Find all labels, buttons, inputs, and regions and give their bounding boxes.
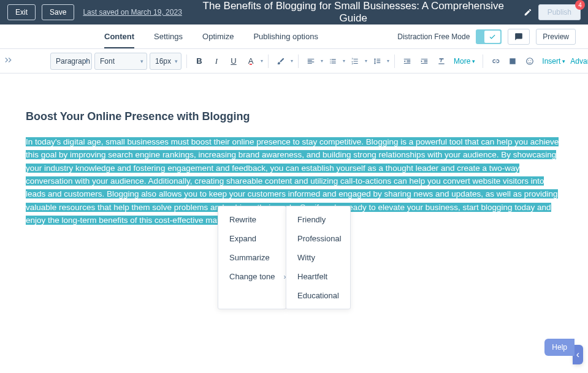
- toolbar-divider: [268, 55, 269, 68]
- tone-educational[interactable]: Educational: [286, 286, 350, 305]
- preview-button[interactable]: Preview: [536, 29, 576, 45]
- svg-point-1: [529, 60, 529, 61]
- tab-bar: Content Settings Optimize Publishing opt…: [0, 24, 588, 49]
- ai-context-menu: Rewrite Expand Summarize Change tone ›: [218, 206, 286, 309]
- tabs-group: Content Settings Optimize Publishing opt…: [104, 25, 397, 48]
- tab-content[interactable]: Content: [104, 25, 134, 48]
- image-icon: [508, 57, 517, 66]
- toolbar-inner: Paragraph Font 16px B I U A ▾ ▾ ▾ ▾ ▾ ▾ …: [50, 53, 568, 70]
- indent-button[interactable]: [417, 54, 432, 69]
- bullet-list-button[interactable]: [326, 54, 340, 69]
- publish-button[interactable]: Publish 4: [538, 4, 581, 20]
- menu-item-change-tone[interactable]: Change tone ›: [218, 267, 286, 286]
- numbered-caret[interactable]: ▾: [365, 58, 367, 64]
- underline-button[interactable]: U: [226, 54, 241, 69]
- toolbar-divider: [394, 55, 395, 68]
- svg-point-2: [530, 60, 531, 61]
- line-height-caret[interactable]: ▾: [387, 58, 389, 64]
- toolbar-divider: [483, 55, 483, 68]
- more-dropdown[interactable]: More: [451, 57, 478, 66]
- toolbar-divider: [186, 55, 187, 68]
- page-title-text: The Benefits of Blogging for Small Busin…: [188, 0, 519, 24]
- page-title: The Benefits of Blogging for Small Busin…: [188, 0, 532, 24]
- emoji-icon: [525, 57, 534, 66]
- align-left-icon: [307, 57, 315, 66]
- font-size-select[interactable]: 16px: [150, 53, 181, 70]
- bullet-caret[interactable]: ▾: [343, 58, 345, 64]
- line-height-icon: [373, 57, 381, 66]
- font-select[interactable]: Font: [94, 53, 147, 70]
- align-button[interactable]: [304, 54, 318, 69]
- tab-bar-right: Distraction Free Mode Preview: [397, 29, 576, 45]
- emoji-button[interactable]: [522, 54, 537, 69]
- tone-witty[interactable]: Witty: [286, 248, 350, 267]
- toolbar-divider: [298, 55, 299, 68]
- distraction-free-label: Distraction Free Mode: [397, 32, 470, 41]
- clear-format-icon: [437, 57, 446, 66]
- image-button[interactable]: [505, 54, 520, 69]
- publish-badge: 4: [575, 0, 585, 10]
- paragraph-style-select[interactable]: Paragraph: [50, 53, 92, 70]
- highlight-caret[interactable]: ▾: [291, 58, 293, 64]
- brush-icon: [277, 57, 285, 66]
- indent-icon: [420, 57, 429, 66]
- tone-submenu: Friendly Professional Witty Heartfelt Ed…: [286, 206, 351, 309]
- check-icon: [489, 33, 496, 40]
- clear-format-button[interactable]: [434, 54, 449, 69]
- menu-item-summarize[interactable]: Summarize: [218, 248, 286, 267]
- outdent-button[interactable]: [400, 54, 414, 69]
- tone-friendly[interactable]: Friendly: [286, 210, 350, 229]
- link-icon: [491, 57, 500, 66]
- help-widget: Help ‹: [573, 345, 583, 364]
- content-heading: Boost Your Online Presence with Blogging: [26, 110, 563, 123]
- publish-label: Publish: [548, 8, 571, 17]
- expand-sidebar-icon[interactable]: [4, 55, 13, 67]
- text-color-button[interactable]: A: [243, 54, 258, 69]
- tone-heartfelt[interactable]: Heartfelt: [286, 267, 350, 286]
- tab-publishing-options[interactable]: Publishing options: [253, 25, 318, 48]
- highlight-button[interactable]: [273, 54, 288, 69]
- comment-button[interactable]: [508, 29, 530, 45]
- advanced-dropdown[interactable]: Advanced: [568, 57, 588, 66]
- last-saved-link[interactable]: Last saved on March 19, 2023: [83, 8, 181, 17]
- align-caret[interactable]: ▾: [321, 58, 323, 64]
- italic-button[interactable]: I: [209, 54, 224, 69]
- comment-icon: [514, 32, 523, 41]
- context-menu-group: Rewrite Expand Summarize Change tone › F…: [218, 206, 351, 309]
- insert-dropdown[interactable]: Insert: [540, 57, 568, 66]
- link-button[interactable]: [488, 54, 503, 69]
- numbered-list-icon: [351, 57, 359, 66]
- tab-optimize[interactable]: Optimize: [202, 25, 234, 48]
- save-button[interactable]: Save: [42, 4, 74, 20]
- svg-point-0: [527, 58, 533, 64]
- outdent-icon: [403, 57, 411, 66]
- toggle-knob: [484, 31, 500, 43]
- numbered-list-button[interactable]: [348, 54, 362, 69]
- exit-button[interactable]: Exit: [7, 4, 36, 20]
- tab-settings[interactable]: Settings: [154, 25, 183, 48]
- bold-button[interactable]: B: [192, 54, 207, 69]
- bullet-list-icon: [329, 57, 337, 66]
- edit-icon[interactable]: [524, 8, 532, 17]
- line-height-button[interactable]: [370, 54, 384, 69]
- distraction-free-toggle[interactable]: [476, 29, 502, 44]
- app-header: Exit Save Last saved on March 19, 2023 T…: [0, 0, 588, 24]
- menu-item-rewrite[interactable]: Rewrite: [218, 210, 286, 229]
- tone-professional[interactable]: Professional: [286, 229, 350, 248]
- help-button[interactable]: Help: [544, 339, 575, 356]
- text-color-caret[interactable]: ▾: [261, 58, 263, 64]
- editor-toolbar: Paragraph Font 16px B I U A ▾ ▾ ▾ ▾ ▾ ▾ …: [0, 49, 588, 73]
- menu-item-expand[interactable]: Expand: [218, 229, 286, 248]
- menu-item-label: Change tone: [229, 272, 275, 281]
